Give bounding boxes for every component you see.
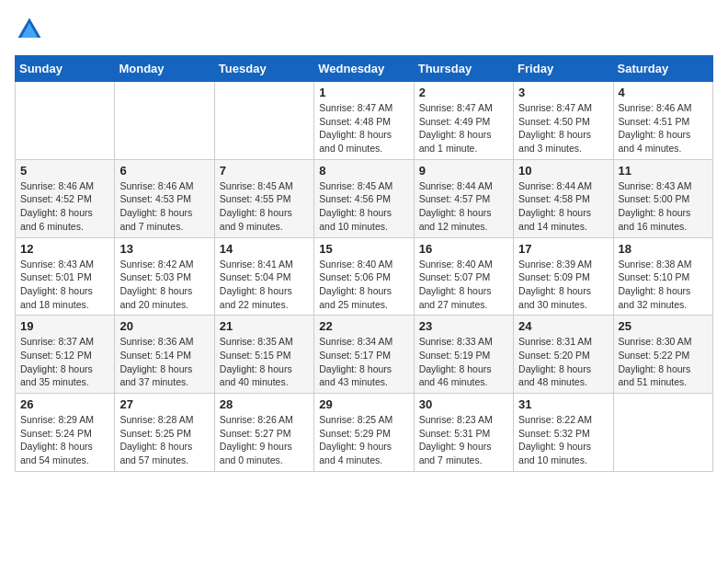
calendar-day-cell: 4Sunrise: 8:46 AM Sunset: 4:51 PM Daylig… — [613, 82, 712, 160]
day-info: Sunrise: 8:26 AM Sunset: 5:27 PM Dayligh… — [220, 413, 309, 467]
calendar-day-cell: 19Sunrise: 8:37 AM Sunset: 5:12 PM Dayli… — [16, 316, 115, 394]
day-info: Sunrise: 8:40 AM Sunset: 5:07 PM Dayligh… — [419, 258, 508, 312]
day-info: Sunrise: 8:43 AM Sunset: 5:01 PM Dayligh… — [20, 258, 109, 312]
day-number: 23 — [419, 319, 508, 333]
calendar-day-cell: 25Sunrise: 8:30 AM Sunset: 5:22 PM Dayli… — [613, 316, 712, 394]
calendar-day-cell: 16Sunrise: 8:40 AM Sunset: 5:07 PM Dayli… — [414, 237, 513, 316]
empty-cell — [613, 394, 712, 472]
day-number: 11 — [619, 164, 708, 178]
calendar-day-cell: 9Sunrise: 8:44 AM Sunset: 4:57 PM Daylig… — [414, 159, 513, 237]
calendar-day-cell: 24Sunrise: 8:31 AM Sunset: 5:20 PM Dayli… — [514, 316, 613, 394]
day-info: Sunrise: 8:45 AM Sunset: 4:55 PM Dayligh… — [220, 179, 309, 234]
day-number: 16 — [419, 242, 508, 256]
day-info: Sunrise: 8:46 AM Sunset: 4:51 PM Dayligh… — [619, 101, 708, 155]
logo-icon — [15, 15, 44, 44]
day-info: Sunrise: 8:34 AM Sunset: 5:17 PM Dayligh… — [319, 335, 408, 389]
day-info: Sunrise: 8:38 AM Sunset: 5:10 PM Dayligh… — [619, 258, 708, 312]
day-number: 24 — [518, 319, 608, 333]
calendar-day-cell: 17Sunrise: 8:39 AM Sunset: 5:09 PM Dayli… — [514, 237, 613, 316]
weekday-header: Saturday — [613, 56, 712, 82]
day-number: 19 — [20, 319, 109, 333]
day-info: Sunrise: 8:35 AM Sunset: 5:15 PM Dayligh… — [220, 335, 309, 389]
weekday-header-row: SundayMondayTuesdayWednesdayThursdayFrid… — [16, 56, 713, 82]
weekday-header: Friday — [514, 56, 613, 82]
calendar-day-cell: 8Sunrise: 8:45 AM Sunset: 4:56 PM Daylig… — [314, 159, 414, 237]
day-info: Sunrise: 8:30 AM Sunset: 5:22 PM Dayligh… — [619, 335, 708, 389]
day-number: 1 — [319, 86, 408, 99]
day-number: 4 — [619, 86, 708, 99]
calendar-day-cell: 22Sunrise: 8:34 AM Sunset: 5:17 PM Dayli… — [314, 316, 414, 394]
day-number: 30 — [419, 397, 508, 411]
day-number: 10 — [518, 164, 608, 178]
day-info: Sunrise: 8:36 AM Sunset: 5:14 PM Dayligh… — [119, 335, 209, 389]
day-number: 21 — [220, 319, 309, 333]
day-number: 12 — [20, 242, 109, 256]
calendar-week-row: 1Sunrise: 8:47 AM Sunset: 4:48 PM Daylig… — [16, 82, 713, 160]
calendar-day-cell: 28Sunrise: 8:26 AM Sunset: 5:27 PM Dayli… — [214, 394, 313, 472]
day-info: Sunrise: 8:22 AM Sunset: 5:32 PM Dayligh… — [518, 413, 608, 467]
day-info: Sunrise: 8:31 AM Sunset: 5:20 PM Dayligh… — [518, 335, 608, 389]
calendar-day-cell: 2Sunrise: 8:47 AM Sunset: 4:49 PM Daylig… — [414, 82, 513, 160]
calendar-day-cell: 6Sunrise: 8:46 AM Sunset: 4:53 PM Daylig… — [115, 159, 214, 237]
weekday-header: Monday — [115, 56, 214, 82]
empty-cell — [115, 82, 214, 160]
calendar-day-cell: 10Sunrise: 8:44 AM Sunset: 4:58 PM Dayli… — [514, 159, 613, 237]
day-number: 9 — [419, 164, 508, 178]
calendar-week-row: 12Sunrise: 8:43 AM Sunset: 5:01 PM Dayli… — [16, 237, 713, 316]
calendar-day-cell: 26Sunrise: 8:29 AM Sunset: 5:24 PM Dayli… — [16, 394, 115, 472]
day-number: 27 — [119, 397, 209, 411]
calendar-day-cell: 1Sunrise: 8:47 AM Sunset: 4:48 PM Daylig… — [314, 82, 414, 160]
day-info: Sunrise: 8:47 AM Sunset: 4:49 PM Dayligh… — [419, 101, 508, 155]
calendar-day-cell: 12Sunrise: 8:43 AM Sunset: 5:01 PM Dayli… — [16, 237, 115, 316]
calendar-week-row: 26Sunrise: 8:29 AM Sunset: 5:24 PM Dayli… — [16, 394, 713, 472]
empty-cell — [16, 82, 115, 160]
calendar-day-cell: 23Sunrise: 8:33 AM Sunset: 5:19 PM Dayli… — [414, 316, 513, 394]
day-info: Sunrise: 8:44 AM Sunset: 4:58 PM Dayligh… — [518, 179, 608, 234]
calendar-day-cell: 18Sunrise: 8:38 AM Sunset: 5:10 PM Dayli… — [613, 237, 712, 316]
day-number: 25 — [619, 319, 708, 333]
day-info: Sunrise: 8:41 AM Sunset: 5:04 PM Dayligh… — [220, 258, 309, 312]
calendar-week-row: 5Sunrise: 8:46 AM Sunset: 4:52 PM Daylig… — [16, 159, 713, 237]
day-info: Sunrise: 8:33 AM Sunset: 5:19 PM Dayligh… — [419, 335, 508, 389]
day-number: 7 — [220, 164, 309, 178]
calendar-table: SundayMondayTuesdayWednesdayThursdayFrid… — [15, 55, 713, 472]
day-number: 26 — [20, 397, 109, 411]
calendar-day-cell: 29Sunrise: 8:25 AM Sunset: 5:29 PM Dayli… — [314, 394, 414, 472]
calendar-day-cell: 14Sunrise: 8:41 AM Sunset: 5:04 PM Dayli… — [214, 237, 313, 316]
calendar-day-cell: 31Sunrise: 8:22 AM Sunset: 5:32 PM Dayli… — [514, 394, 613, 472]
day-info: Sunrise: 8:42 AM Sunset: 5:03 PM Dayligh… — [119, 258, 209, 312]
logo — [15, 15, 48, 44]
day-info: Sunrise: 8:29 AM Sunset: 5:24 PM Dayligh… — [20, 413, 109, 467]
empty-cell — [214, 82, 313, 160]
day-info: Sunrise: 8:47 AM Sunset: 4:48 PM Dayligh… — [319, 101, 408, 155]
day-info: Sunrise: 8:47 AM Sunset: 4:50 PM Dayligh… — [518, 101, 608, 155]
calendar-week-row: 19Sunrise: 8:37 AM Sunset: 5:12 PM Dayli… — [16, 316, 713, 394]
day-info: Sunrise: 8:46 AM Sunset: 4:52 PM Dayligh… — [20, 179, 109, 234]
day-number: 14 — [220, 242, 309, 256]
day-number: 29 — [319, 397, 408, 411]
day-info: Sunrise: 8:44 AM Sunset: 4:57 PM Dayligh… — [419, 179, 508, 234]
calendar-day-cell: 20Sunrise: 8:36 AM Sunset: 5:14 PM Dayli… — [115, 316, 214, 394]
day-number: 5 — [20, 164, 109, 178]
weekday-header: Tuesday — [214, 56, 313, 82]
weekday-header: Sunday — [16, 56, 115, 82]
day-number: 18 — [619, 242, 708, 256]
calendar-day-cell: 11Sunrise: 8:43 AM Sunset: 5:00 PM Dayli… — [613, 159, 712, 237]
day-number: 3 — [518, 86, 608, 99]
calendar-day-cell: 7Sunrise: 8:45 AM Sunset: 4:55 PM Daylig… — [214, 159, 313, 237]
calendar-day-cell: 5Sunrise: 8:46 AM Sunset: 4:52 PM Daylig… — [16, 159, 115, 237]
day-number: 2 — [419, 86, 508, 99]
page-header — [15, 15, 713, 44]
weekday-header: Thursday — [414, 56, 513, 82]
day-info: Sunrise: 8:45 AM Sunset: 4:56 PM Dayligh… — [319, 179, 408, 234]
day-info: Sunrise: 8:23 AM Sunset: 5:31 PM Dayligh… — [419, 413, 508, 467]
calendar-day-cell: 13Sunrise: 8:42 AM Sunset: 5:03 PM Dayli… — [115, 237, 214, 316]
day-info: Sunrise: 8:37 AM Sunset: 5:12 PM Dayligh… — [20, 335, 109, 389]
day-number: 17 — [518, 242, 608, 256]
day-number: 28 — [220, 397, 309, 411]
day-number: 8 — [319, 164, 408, 178]
calendar-day-cell: 15Sunrise: 8:40 AM Sunset: 5:06 PM Dayli… — [314, 237, 414, 316]
calendar-day-cell: 27Sunrise: 8:28 AM Sunset: 5:25 PM Dayli… — [115, 394, 214, 472]
day-number: 15 — [319, 242, 408, 256]
day-info: Sunrise: 8:46 AM Sunset: 4:53 PM Dayligh… — [119, 179, 209, 234]
